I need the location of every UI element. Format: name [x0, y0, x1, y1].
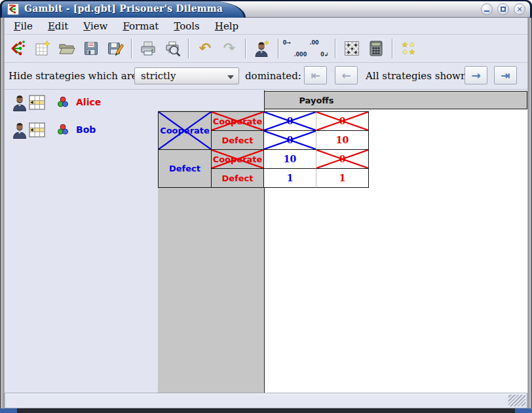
main-area: Payoffs: [5, 90, 527, 393]
window-controls: ✕: [481, 3, 525, 15]
window-frame-left: [0, 18, 5, 408]
resize-grip-icon[interactable]: [508, 395, 525, 406]
frame-corner-accent: [0, 408, 17, 413]
player-name-alice[interactable]: Alice: [76, 97, 101, 107]
row-strategy-defect[interactable]: Defect: [159, 150, 212, 188]
title-bar-surface: Gambit - [pd.gbt] Prisoner's Dilemma ✕: [2, 1, 530, 18]
add-player-icon[interactable]: [254, 40, 271, 57]
open-folder-icon[interactable]: [58, 40, 75, 57]
minimize-button[interactable]: [481, 3, 493, 15]
empty-header: [368, 91, 527, 109]
maximize-icon: [501, 7, 506, 12]
player-color-icon[interactable]: [57, 96, 69, 111]
save-icon[interactable]: [83, 40, 100, 57]
title-bar[interactable]: Gambit - [pd.gbt] Prisoner's Dilemma ✕: [0, 0, 532, 18]
menu-help[interactable]: Help: [215, 20, 238, 32]
col-strategy-defect[interactable]: Defect: [212, 131, 264, 150]
menu-edit[interactable]: Edit: [48, 20, 68, 32]
payoff-cell[interactable]: 1: [316, 169, 369, 188]
player-icon[interactable]: [12, 94, 27, 114]
col-strategy-cooperate[interactable]: Cooperate: [212, 112, 264, 131]
dominance-status-label: All strategies shown: [366, 70, 467, 82]
toolbar: ↶ ↷ 0→ .000 .00 0↲: [5, 35, 527, 63]
maximize-button[interactable]: [497, 3, 509, 15]
new-table-icon[interactable]: [34, 40, 51, 57]
toolbar-separator: [392, 39, 393, 58]
randomize-icon[interactable]: [343, 40, 360, 57]
decrease-decimals-icon[interactable]: .00 0↲: [311, 40, 328, 57]
player-row-alice: Alice: [9, 94, 159, 113]
payoff-cell[interactable]: 0: [264, 112, 316, 131]
close-icon: ✕: [514, 5, 525, 15]
arrow-left-icon: ←: [341, 69, 351, 82]
payoff-cell[interactable]: 10: [316, 131, 369, 150]
close-button[interactable]: ✕: [514, 3, 525, 15]
qre-stars-icon[interactable]: ★ ★ ★ ★: [400, 40, 417, 57]
menu-format[interactable]: Format: [123, 20, 159, 32]
payoff-cell[interactable]: 0: [316, 150, 369, 169]
save-as-icon[interactable]: [107, 40, 124, 57]
toolbar-separator: [278, 39, 279, 58]
redo-icon[interactable]: ↷: [221, 40, 238, 57]
menu-view[interactable]: View: [83, 20, 107, 32]
window-frame-bottom: [0, 408, 532, 413]
col-strategy-defect[interactable]: Defect: [212, 169, 264, 188]
player-color-icon[interactable]: [57, 124, 69, 138]
gambit-app-icon: [7, 3, 19, 15]
status-bar: [5, 393, 527, 408]
toolbar-separator: [131, 39, 132, 58]
toolbar-separator: [245, 39, 246, 58]
next-level-button[interactable]: →: [465, 66, 487, 84]
print-icon[interactable]: [140, 40, 157, 57]
window-title: Gambit - [pd.gbt] Prisoner's Dilemma: [24, 3, 223, 14]
increase-decimals-icon[interactable]: 0→ .000: [286, 40, 303, 57]
arrow-to-bar-left-icon: ⇤: [311, 69, 320, 82]
compute-equilibria-icon[interactable]: [368, 40, 385, 57]
menu-tools[interactable]: Tools: [174, 20, 199, 32]
col-strategy-cooperate[interactable]: Cooperate: [212, 150, 264, 169]
menu-file[interactable]: File: [14, 20, 33, 32]
payoff-cell[interactable]: 1: [264, 169, 316, 188]
player-icon[interactable]: [12, 121, 27, 141]
arrow-to-bar-right-icon: ⇥: [501, 69, 510, 82]
player-name-bob[interactable]: Bob: [76, 124, 96, 135]
payoffs-header: Payoffs: [264, 91, 369, 109]
toolbar-separator: [188, 39, 189, 58]
chevron-down-icon: [227, 75, 234, 79]
last-level-button[interactable]: ⇥: [494, 66, 517, 84]
payoff-table: Cooperate Cooperate 0 0 Defect 0: [158, 111, 369, 188]
strategies-table-icon[interactable]: [29, 95, 45, 113]
frame-corner-accent: [515, 408, 532, 413]
payoff-cell[interactable]: 10: [264, 150, 316, 169]
dominance-level-dropdown[interactable]: strictly: [134, 67, 239, 84]
row-strategy-cooperate[interactable]: Cooperate: [159, 112, 212, 150]
previous-level-button[interactable]: ←: [335, 66, 358, 84]
gambit-tree-icon[interactable]: [10, 40, 27, 57]
player-row-bob: Bob: [9, 121, 159, 141]
menu-bar: File Edit View Format Tools Help: [5, 18, 527, 35]
payoff-cell[interactable]: 0: [316, 112, 369, 131]
undo-icon[interactable]: ↶: [197, 40, 214, 57]
print-preview-icon[interactable]: [164, 40, 181, 57]
gambit-window: Gambit - [pd.gbt] Prisoner's Dilemma ✕ F…: [0, 0, 532, 413]
dominance-toolbar: Hide strategies which are strictly domin…: [5, 63, 527, 90]
toolbar-separator: [335, 39, 336, 58]
first-level-button[interactable]: ⇤: [304, 66, 327, 84]
payoff-cell[interactable]: 0: [264, 131, 316, 150]
arrow-right-icon: →: [471, 69, 480, 82]
dominated-label: dominated:: [245, 70, 301, 82]
strategies-table-icon[interactable]: [29, 122, 45, 140]
dropdown-value: strictly: [141, 70, 176, 82]
window-frame-right: [527, 18, 532, 408]
hide-strategies-label: Hide strategies which are: [9, 70, 138, 82]
minimize-icon: [484, 10, 489, 12]
